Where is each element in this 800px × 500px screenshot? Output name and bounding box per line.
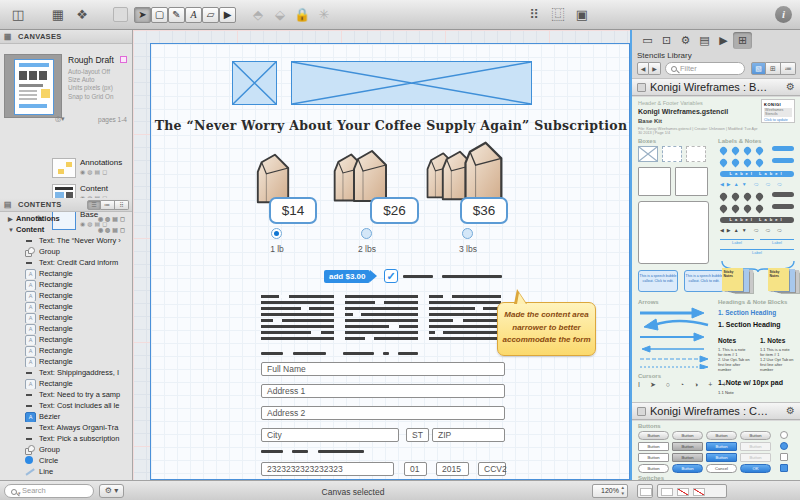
mini-arrows-row-blue[interactable]: ◀▶▲▼ ⬭ ⬭ ⬭ [720,181,785,188]
style-tray[interactable] [657,484,727,498]
range-pill-stencil[interactable] [772,158,794,163]
stencil-view-switcher[interactable]: ▧⊞≔ [751,62,796,75]
state-field[interactable]: ST [406,428,429,442]
tree-item[interactable]: Text: Always Organi-Tra [0,422,133,433]
stencil-crossed-box[interactable] [638,146,658,162]
layer-option-icons[interactable]: ◉◍▤◻ [98,226,127,233]
notes-title-numbered[interactable]: 1. Notes [760,337,785,344]
paragraph-placeholder-2[interactable] [345,295,418,342]
tree-item[interactable]: Text: Shippingaddress, I [0,367,133,378]
price-tag-2lb[interactable]: $26 [370,197,419,224]
canvas-size-icon[interactable]: ▣ [572,6,592,23]
map-pin-stencil-dark[interactable] [719,204,729,214]
gear-icon[interactable]: ⚙ [786,81,795,92]
notes-title[interactable]: Notes [718,337,736,344]
stencil-browser-box[interactable] [638,167,671,196]
collapse-box-icon[interactable] [637,407,646,416]
contents-view-switcher[interactable]: ☰≔⠿ [87,200,129,210]
annotation-callout[interactable]: Made the content area narrower to better… [497,302,596,356]
canvas-thumbnail[interactable] [4,54,62,118]
layer-option-icons[interactable]: ◉◍▤◻ [80,168,109,175]
map-pin-stencil-dark[interactable] [731,204,741,214]
button-stencil[interactable]: Button [638,431,669,440]
forward-button[interactable]: ▶ [649,62,661,75]
tree-item[interactable]: Line [0,466,133,477]
label-bar-stencil-dark[interactable]: Label Label [720,217,794,223]
stencil-nav-buttons[interactable]: ◀▶ [637,62,661,75]
button-stencil[interactable]: Cancel [706,464,737,473]
arrow-stencils[interactable] [638,307,714,369]
map-pin-stencil[interactable] [731,146,741,156]
tree-item[interactable]: Rectangle [0,345,133,356]
map-pin-stencil-dark[interactable] [731,192,741,202]
stencil-section-header-c[interactable]: Konigi Wireframes : C… ⚙ [632,402,800,420]
city-field[interactable]: City [261,428,399,442]
range-pill-stencil-dark[interactable] [772,204,794,209]
button-stencil[interactable]: Button [740,453,771,462]
dimension-line-stencil[interactable]: Label [760,239,794,245]
magic-select-icon[interactable]: ✳ [314,6,334,23]
inspector-canvas-icon[interactable]: ▭ [638,32,657,49]
full-name-field[interactable]: Full Name [261,362,505,376]
style-swatch-fill[interactable] [661,488,673,496]
price-tag-1lb[interactable]: $14 [269,197,317,224]
wireframe-page[interactable]: The “Never Worry About Your Coffee Suppl… [150,43,630,480]
tree-group-annotations[interactable]: ▶ Annotations ◉◍▤◻ [0,213,133,224]
tree-item[interactable]: Rectangle [0,378,133,389]
canvas-area[interactable]: The “Never Worry About Your Coffee Suppl… [133,30,632,480]
action-tool-button[interactable]: ▶ [219,7,236,23]
text-tool-button[interactable]: A [185,7,202,23]
button-stencil[interactable]: Button [638,464,669,473]
label-bar-stencil-blue[interactable]: Label Label [720,171,794,177]
radio-1lb[interactable] [271,228,282,239]
image-placeholder-small[interactable] [232,61,277,105]
map-pin-stencil[interactable] [755,158,765,168]
button-stencil[interactable]: Button [740,442,771,451]
style-swatch-stroke[interactable] [677,488,689,496]
map-pin-stencil[interactable] [743,146,753,156]
addon-checkbox[interactable]: ✓ [384,269,398,283]
note-pad-heading[interactable]: 1. Note w/ 10px pad [718,379,783,386]
style-well[interactable] [113,7,128,22]
disclosure-triangle[interactable]: ▶ [8,215,16,222]
image-placeholder-wide[interactable] [291,61,532,105]
checkbox-stencil-checked[interactable] [780,464,788,472]
section-heading-blue[interactable]: 1. Section Heading [718,309,776,316]
stencil-dashed-box[interactable] [686,146,706,162]
inspector-document-icon[interactable]: ▤ [695,32,714,49]
paragraph-placeholder-1[interactable] [261,295,334,342]
speech-bubble-stencil[interactable]: This is a speech bubble callout. Click t… [684,270,724,292]
card-number-field[interactable]: 2323232323232323 [261,462,394,476]
tree-item[interactable]: Group [0,246,133,257]
layer-option-icons[interactable]: ◉◍▤◻ [98,215,127,222]
list-view-button[interactable]: ≔ [781,62,796,75]
sticky-note-yellow[interactable]: Sticky Notes [768,268,789,291]
selection-tool-button[interactable]: ➤ [134,7,151,23]
sidebar-action-menu-button[interactable]: ⚙ ▾ [99,484,124,498]
gear-icon[interactable]: ⚙ [786,405,795,416]
button-stencil[interactable]: Button [706,431,737,440]
range-pill-stencil[interactable] [772,146,794,151]
inspector-object-icon[interactable]: ⊡ [657,32,676,49]
paragraph-placeholder-3[interactable] [429,295,501,342]
map-pin-stencil-dark[interactable] [719,192,729,202]
tree-item[interactable]: Text: Credit Card inform [0,257,133,268]
button-stencil[interactable]: Button [740,431,771,440]
style-tray-empty[interactable] [637,484,653,498]
tree-item[interactable]: Rectangle [0,268,133,279]
disclosure-triangle[interactable]: ▼ [8,227,16,233]
circle-stencil[interactable] [780,431,788,439]
lock-icon[interactable]: 🔒 [292,6,312,23]
style-swatch-image[interactable] [693,488,705,496]
pen-tool-button[interactable]: ✎ [168,7,185,23]
grid-view-button[interactable]: ⠿ [115,200,129,210]
inspector-action-icon[interactable]: ▶ [714,32,733,49]
button-stencil[interactable]: Button [672,464,703,473]
radio-stencil[interactable] [780,442,788,450]
button-stencil[interactable]: Button [672,442,703,451]
map-pin-stencil[interactable] [743,158,753,168]
tree-item[interactable]: Group [0,444,133,455]
radio-3lb[interactable] [462,228,473,239]
zip-field[interactable]: ZIP [432,428,505,442]
layers-icon[interactable]: ❖ [72,6,92,23]
